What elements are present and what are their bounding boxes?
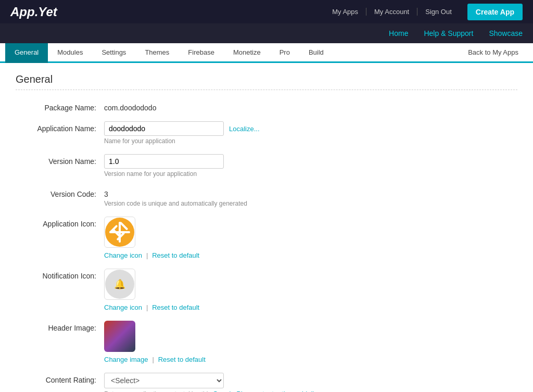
secondary-nav: Home Help & Support Showcase xyxy=(0,23,533,43)
notification-icon-placeholder: 🔔 xyxy=(105,270,134,299)
header-image-label: Header Image: xyxy=(16,321,104,332)
version-name-row: Version Name: Version name for your appl… xyxy=(16,154,517,178)
change-notif-icon-link[interactable]: Change icon xyxy=(104,304,142,311)
version-name-field: Version name for your application xyxy=(104,154,517,178)
application-name-row: Application Name: Localize... Name for y… xyxy=(16,121,517,145)
notification-icon-label: Notification Icon: xyxy=(16,269,104,280)
application-name-hint: Name for your application xyxy=(104,137,517,145)
svg-rect-4 xyxy=(120,231,130,233)
tab-general[interactable]: General xyxy=(5,43,48,63)
package-name-value: com.doodododo xyxy=(104,100,517,112)
package-name-label: Package Name: xyxy=(16,100,104,112)
tab-settings[interactable]: Settings xyxy=(92,43,135,63)
content-rating-hint: Rate your application content. Use this … xyxy=(104,390,517,392)
content-rating-select[interactable]: <Select> Everyone Everyone 10+ Teen Matu… xyxy=(104,373,224,388)
notification-icon-box: 🔔 xyxy=(104,269,135,300)
tab-build[interactable]: Build xyxy=(299,43,333,63)
tab-modules[interactable]: Modules xyxy=(48,43,92,63)
reset-notif-icon-link[interactable]: Reset to default xyxy=(152,304,199,311)
application-name-label: Application Name: xyxy=(16,121,104,133)
section-divider xyxy=(16,90,517,90)
header-image-actions: Change image | Reset to default xyxy=(104,355,517,363)
content-rating-label: Content Rating: xyxy=(16,373,104,384)
my-account-link[interactable]: My Account xyxy=(366,8,417,16)
my-apps-link[interactable]: My Apps xyxy=(324,8,366,16)
content-rating-field: <Select> Everyone Everyone 10+ Teen Matu… xyxy=(104,373,517,392)
change-header-image-link[interactable]: Change image xyxy=(104,356,148,363)
application-icon-label: Application Icon: xyxy=(16,217,104,228)
notification-icon-actions: Change icon | Reset to default xyxy=(104,303,517,311)
reset-header-image-link[interactable]: Reset to default xyxy=(158,356,206,363)
tab-pro[interactable]: Pro xyxy=(270,43,299,63)
tab-monetize[interactable]: Monetize xyxy=(224,43,270,63)
version-code-hint: Version code is unique and automatically… xyxy=(104,200,517,207)
reset-app-icon-link[interactable]: Reset to default xyxy=(152,251,199,259)
application-name-input[interactable] xyxy=(104,121,224,136)
nav-showcase[interactable]: Showcase xyxy=(489,29,523,37)
tab-back-to-my-apps[interactable]: Back to My Apps xyxy=(459,43,528,63)
nav-help[interactable]: Help & Support xyxy=(424,29,473,37)
page-title: General xyxy=(16,73,517,85)
app-icon-svg xyxy=(105,218,134,247)
header-image-row: Header Image: Change image | Reset to de… xyxy=(16,321,517,363)
version-name-input[interactable] xyxy=(104,154,224,169)
version-name-label: Version Name: xyxy=(16,154,104,166)
nav-home[interactable]: Home xyxy=(389,29,408,37)
application-icon-box xyxy=(104,217,135,248)
create-app-button[interactable]: Create App xyxy=(467,4,523,20)
package-name-row: Package Name: com.doodododo xyxy=(16,100,517,112)
sign-out-link[interactable]: Sign Out xyxy=(417,8,460,16)
top-bar: App.Yet My Apps My Account Sign Out Crea… xyxy=(0,0,533,23)
google-play-rating-link[interactable]: Google Play content rating guideline xyxy=(213,390,322,392)
version-code-field: 3 Version code is unique and automatical… xyxy=(104,187,517,207)
top-bar-right: My Apps My Account Sign Out Create App xyxy=(324,4,523,20)
content-rating-row: Content Rating: <Select> Everyone Everyo… xyxy=(16,373,517,392)
tab-bar: General Modules Settings Themes Firebase… xyxy=(0,43,533,63)
package-name-field: com.doodododo xyxy=(104,100,517,112)
application-icon-actions: Change icon | Reset to default xyxy=(104,251,517,259)
version-name-hint: Version name for your application xyxy=(104,170,517,178)
notification-icon-row: Notification Icon: 🔔 Change icon | Reset… xyxy=(16,269,517,311)
application-icon-field: Change icon | Reset to default xyxy=(104,217,517,259)
version-code-value: 3 xyxy=(104,187,517,198)
version-code-label: Version Code: xyxy=(16,187,104,198)
version-code-row: Version Code: 3 Version code is unique a… xyxy=(16,187,517,207)
header-image-gradient xyxy=(104,321,135,352)
change-app-icon-link[interactable]: Change icon xyxy=(104,251,142,259)
notification-icon-field: 🔔 Change icon | Reset to default xyxy=(104,269,517,311)
svg-text:🔔: 🔔 xyxy=(114,279,126,290)
application-name-field: Localize... Name for your application xyxy=(104,121,517,145)
notif-icon-svg: 🔔 xyxy=(110,275,129,294)
localize-link[interactable]: Localize... xyxy=(229,125,260,133)
header-image-box xyxy=(104,321,135,352)
application-icon-row: Application Icon: xyxy=(16,217,517,259)
main-content: General Package Name: com.doodododo Appl… xyxy=(0,63,533,392)
tab-themes[interactable]: Themes xyxy=(135,43,179,63)
logo: App.Yet xyxy=(10,5,57,19)
header-image-field: Change image | Reset to default xyxy=(104,321,517,363)
tab-firebase[interactable]: Firebase xyxy=(179,43,224,63)
